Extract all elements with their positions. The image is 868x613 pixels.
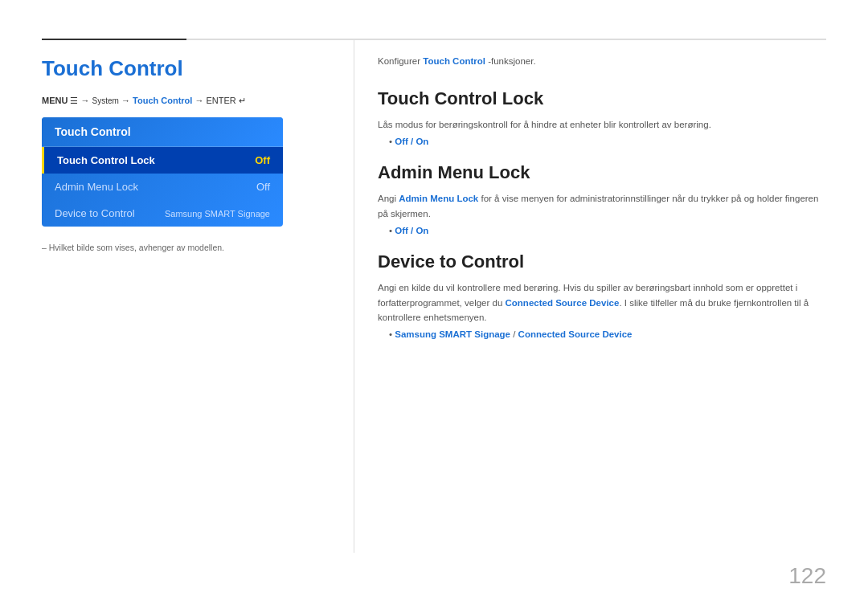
section-title-device-to-control: Device to Control <box>378 251 826 272</box>
menu-item-device-to-control[interactable]: Device to Control Samsung SMART Signage <box>42 200 283 227</box>
section-touch-control-lock: Touch Control Lock Lås modus for berørin… <box>378 88 826 146</box>
divider-line <box>354 39 354 553</box>
path-touch-control: Touch Control <box>133 96 192 105</box>
menu-item-admin-menu-lock[interactable]: Admin Menu Lock Off <box>42 174 283 200</box>
right-column: Konfigurer Touch Control -funksjoner. To… <box>378 56 826 355</box>
bullet-off-on-1: Off / On <box>389 137 826 146</box>
menu-item-value-admin-menu-lock: Off <box>256 181 270 193</box>
ui-menu: Touch Control Touch Control Lock Off Adm… <box>42 117 283 227</box>
left-column: Touch Control MENU ☰ → System → Touch Co… <box>42 56 339 252</box>
connected-source-highlight: Connected Source Device <box>506 298 620 308</box>
menu-item-label-touch-control-lock: Touch Control Lock <box>57 154 155 166</box>
config-note-prefix: Konfigurer <box>378 56 423 66</box>
menu-item-value-device-to-control: Samsung SMART Signage <box>165 209 270 219</box>
path-system: System <box>92 96 119 105</box>
page-number: 122 <box>788 563 826 589</box>
section-device-to-control: Device to Control Angi en kilde du vil k… <box>378 251 826 339</box>
page-title: Touch Control <box>42 56 339 81</box>
section-title-admin-menu-lock: Admin Menu Lock <box>378 162 826 183</box>
note-text: – Hvilket bilde som vises, avhenger av m… <box>42 243 339 252</box>
ui-menu-header: Touch Control <box>42 117 283 147</box>
bullet-off-on-2: Off / On <box>389 226 826 235</box>
top-border <box>42 39 826 40</box>
bullet-device-options: Samsung SMART Signage / Connected Source… <box>389 329 826 339</box>
menu-item-label-device-to-control: Device to Control <box>55 207 135 219</box>
menu-item-label-admin-menu-lock: Admin Menu Lock <box>55 181 138 193</box>
section-desc-touch-control-lock: Lås modus for berøringskontroll for å hi… <box>378 117 826 132</box>
menu-item-value-touch-control-lock: Off <box>255 154 270 166</box>
admin-menu-lock-highlight: Admin Menu Lock <box>399 194 478 203</box>
section-desc-device-to-control: Angi en kilde du vil kontrollere med ber… <box>378 280 826 325</box>
menu-label: MENU <box>42 96 68 105</box>
section-title-touch-control-lock: Touch Control Lock <box>378 88 826 109</box>
config-note: Konfigurer Touch Control -funksjoner. <box>378 56 826 66</box>
connected-source-device-label: Connected Source Device <box>518 329 633 339</box>
enter-icon: ↵ <box>239 96 246 105</box>
config-note-highlight: Touch Control <box>423 56 485 66</box>
menu-icon: ☰ → <box>70 96 92 105</box>
samsung-smart-signage-label: Samsung SMART Signage <box>395 329 510 339</box>
section-desc-admin-menu-lock: Angi Admin Menu Lock for å vise menyen f… <box>378 191 826 221</box>
menu-path: MENU ☰ → System → Touch Control → ENTER … <box>42 96 339 106</box>
menu-item-touch-control-lock[interactable]: Touch Control Lock Off <box>42 147 283 174</box>
config-note-suffix: -funksjoner. <box>488 56 535 66</box>
section-admin-menu-lock: Admin Menu Lock Angi Admin Menu Lock for… <box>378 162 826 235</box>
